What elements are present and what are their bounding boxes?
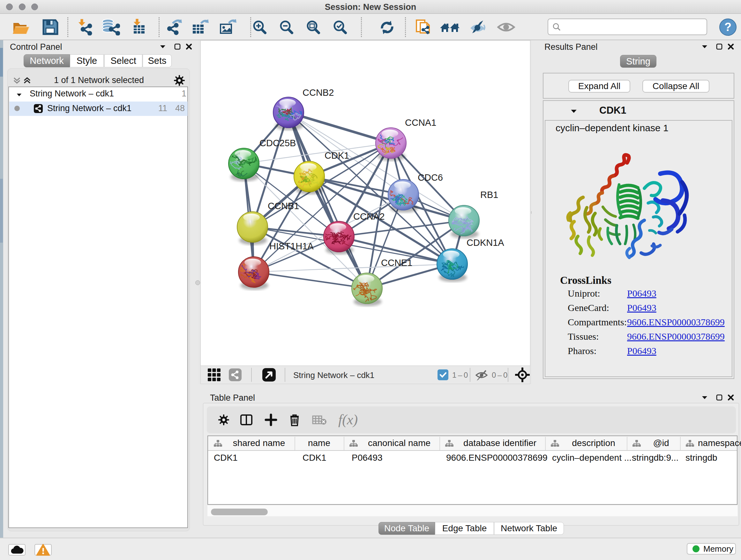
svg-text:CCNA2: CCNA2 xyxy=(353,211,385,222)
svg-text:CCNE1: CCNE1 xyxy=(381,258,412,268)
svg-text:CDKN1A: CDKN1A xyxy=(467,238,504,248)
svg-text:CCNB1: CCNB1 xyxy=(268,201,299,211)
svg-text:?: ? xyxy=(724,20,731,34)
svg-text:CDC25B: CDC25B xyxy=(259,138,296,148)
svg-text:CCNB2: CCNB2 xyxy=(302,87,334,98)
svg-text:RB1: RB1 xyxy=(480,190,498,200)
svg-text:CDC6: CDC6 xyxy=(418,172,443,183)
svg-text:CCNA1: CCNA1 xyxy=(405,118,436,128)
svg-text:HIST1H1A: HIST1H1A xyxy=(269,241,314,251)
svg-text:CDK1: CDK1 xyxy=(325,150,349,161)
